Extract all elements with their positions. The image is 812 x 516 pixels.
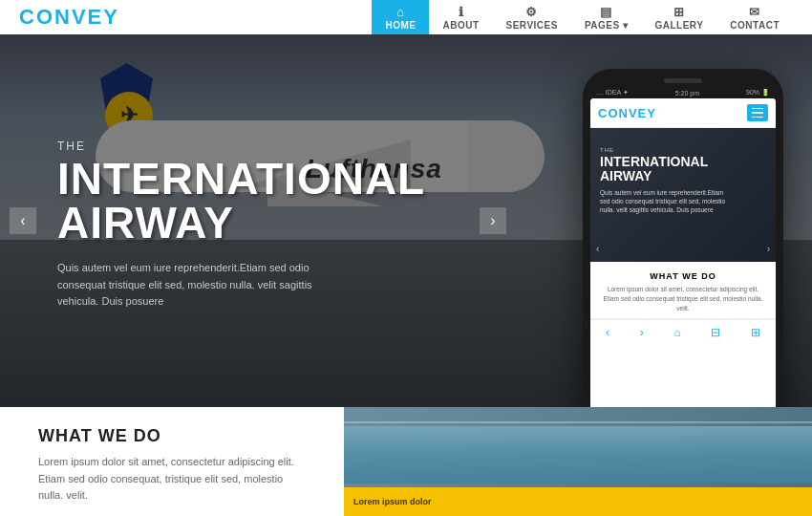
nav-contact[interactable]: ✉ CONTACT	[716, 0, 793, 34]
phone-home-icon[interactable]: ⌂	[673, 326, 680, 339]
menu-line-3	[752, 117, 763, 118]
phone-nav: CONVEY	[590, 98, 776, 128]
phone-frame: .... IDEA ✦ 5:20 pm 90% 🔋 CONVEY	[583, 69, 783, 407]
sea-waves	[344, 426, 812, 484]
bottom-section: WHAT WE DO Lorem ipsum dolor sit amet, c…	[0, 407, 812, 516]
phone-share-icon[interactable]: ⊞	[751, 326, 760, 339]
nav-pages[interactable]: ▤ PAGES ▾	[571, 0, 642, 34]
header: CONVEY ⌂ HOME ℹ ABOUT ⚙ SERVICES ▤ PAGES…	[0, 0, 812, 34]
image-caption-text: Lorem ipsum dolor	[353, 497, 432, 506]
phone-menu-button[interactable]	[747, 104, 768, 121]
hero-content: THE INTERNATIONALAIRWAY Quis autem vel e…	[57, 140, 420, 311]
gallery-icon: ⊞	[673, 5, 685, 19]
phone-bottom-nav: ‹ › ⌂ ⊟ ⊞	[590, 319, 776, 345]
main-nav: ⌂ HOME ℹ ABOUT ⚙ SERVICES ▤ PAGES ▾ ⊞ GA…	[372, 0, 793, 34]
nav-home[interactable]: ⌂ HOME	[372, 0, 429, 34]
hero-subtitle: THE	[57, 140, 420, 153]
phone-hero-subtitle: THE	[600, 147, 734, 153]
phone-hero-arrow-left[interactable]: ‹	[596, 244, 599, 254]
phone-section-title: WHAT WE DO	[600, 271, 766, 281]
menu-line-1	[752, 108, 763, 110]
pages-icon: ▤	[600, 5, 612, 19]
phone-hero-desc: Quis autem vel eum iure reprehenderit.Et…	[600, 188, 734, 214]
phone-bookmark-icon[interactable]: ⊟	[711, 326, 720, 339]
what-we-do-section: WHAT WE DO Lorem ipsum dolor sit amet, c…	[0, 407, 344, 516]
nav-about[interactable]: ℹ ABOUT	[429, 0, 492, 34]
phone-hero: THE INTERNATIONALAIRWAY Quis autem vel e…	[590, 128, 776, 262]
about-icon: ℹ	[459, 5, 464, 19]
what-we-do-title: WHAT WE DO	[38, 426, 306, 446]
hero-description: Quis autem vel eum iure reprehenderit.Et…	[57, 260, 344, 311]
phone-forward-icon[interactable]: ›	[640, 326, 644, 339]
phone-status-time: 5:20 pm	[675, 90, 699, 97]
phone-speaker	[664, 78, 702, 83]
nav-gallery[interactable]: ⊞ GALLERY	[641, 0, 716, 34]
phone-logo: CONVEY	[598, 106, 656, 120]
nav-services[interactable]: ⚙ SERVICES	[493, 0, 571, 34]
phone-status-left: .... IDEA ✦	[596, 89, 629, 97]
what-we-do-text: Lorem ipsum dolor sit amet, consectetur …	[38, 454, 306, 505]
home-icon: ⌂	[396, 5, 404, 19]
phone-what-section: WHAT WE DO Lorem ipsum dolor sit amet, c…	[590, 262, 776, 319]
phone-screen: CONVEY THE INTERNATIONALAIRWAY Quis aute…	[590, 98, 776, 407]
image-caption-bar: Lorem ipsum dolor	[344, 487, 812, 516]
phone-hero-arrows: ‹ ›	[590, 244, 776, 254]
mobile-preview: .... IDEA ✦ 5:20 pm 90% 🔋 CONVEY	[583, 69, 783, 407]
hero-title: INTERNATIONALAIRWAY	[57, 157, 420, 245]
phone-hero-arrow-right[interactable]: ›	[767, 244, 770, 254]
services-icon: ⚙	[525, 5, 538, 19]
hero-section: ✈ Lufthansa ‹ › THE INTERNATIONALAIRWAY …	[0, 34, 812, 407]
bottom-image: Lorem ipsum dolor	[344, 407, 812, 516]
phone-back-icon[interactable]: ‹	[606, 326, 609, 339]
phone-section-text: Lorem ipsum dolor sit amet, consectetur …	[600, 285, 766, 312]
phone-status-right: 90% 🔋	[746, 89, 770, 97]
hero-next-button[interactable]: ›	[480, 207, 506, 234]
menu-line-2	[752, 112, 763, 114]
contact-icon: ✉	[749, 5, 760, 19]
horizon-line	[344, 421, 812, 423]
hero-prev-button[interactable]: ‹	[10, 207, 36, 234]
phone-hero-title: INTERNATIONALAIRWAY	[600, 155, 734, 184]
phone-status-bar: .... IDEA ✦ 5:20 pm 90% 🔋	[590, 89, 776, 97]
logo[interactable]: CONVEY	[19, 5, 119, 30]
phone-hero-content: THE INTERNATIONALAIRWAY Quis autem vel e…	[600, 147, 734, 214]
